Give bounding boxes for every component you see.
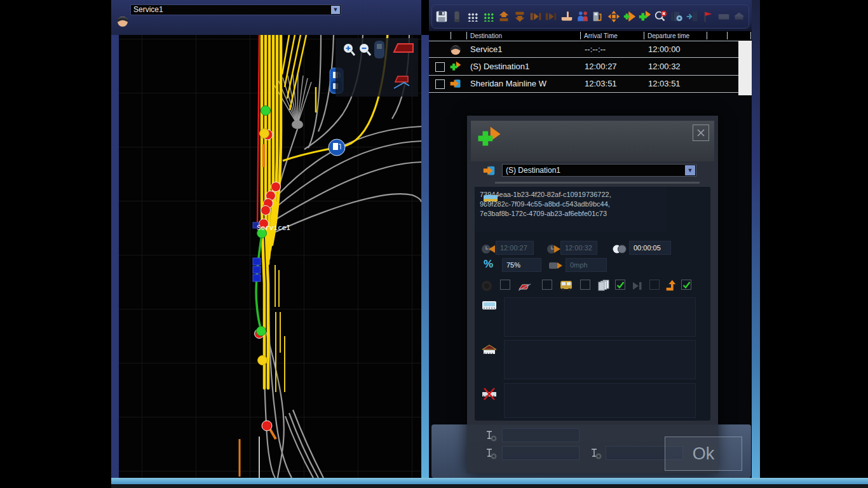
chevron-down-icon[interactable]: ▼ xyxy=(685,165,695,175)
consist-markers xyxy=(253,258,261,281)
option-checkbox-checked[interactable] xyxy=(681,280,691,290)
cell-arrival: 12:00:27 xyxy=(585,62,617,71)
skip-icon xyxy=(631,280,645,292)
table-row[interactable]: Service1 --:--:-- 12:00:00 xyxy=(429,41,752,58)
station-list[interactable] xyxy=(504,340,696,379)
table-row[interactable]: (S) Destination1 12:00:27 12:00:32 xyxy=(429,58,752,76)
erase-icon[interactable] xyxy=(450,9,465,24)
instruction-field[interactable] xyxy=(502,446,580,460)
map-frame-left xyxy=(111,35,119,478)
consist-guid-list[interactable]: 73944eaa-1b23-4f20-82af-c10919736722, 98… xyxy=(475,187,667,231)
portal-icon xyxy=(482,164,496,178)
add-stop-icon xyxy=(476,125,503,151)
add-driver-icon[interactable] xyxy=(622,9,637,24)
instruction-field[interactable] xyxy=(502,428,580,442)
red-route-line xyxy=(257,35,259,229)
fuel-icon[interactable] xyxy=(591,9,606,24)
fuel-toggle-icon[interactable] xyxy=(372,39,388,55)
row-checkbox[interactable] xyxy=(435,79,445,89)
lower-icon[interactable] xyxy=(512,9,527,24)
zoom-out-icon[interactable] xyxy=(358,43,373,58)
guid-line: 989f282c-7f09-4c55-a8bd-c543adb9bc44, xyxy=(480,200,661,209)
flag-icon[interactable] xyxy=(700,9,715,24)
passengers-icon[interactable] xyxy=(575,9,590,24)
zoom-in-icon[interactable] xyxy=(342,43,357,58)
route-map[interactable]: Service1 xyxy=(119,35,421,478)
platform-list[interactable] xyxy=(504,297,696,337)
ok-button[interactable]: Ok xyxy=(665,437,742,471)
departure-time-icon xyxy=(546,241,561,257)
settings-book-icon[interactable] xyxy=(669,9,684,24)
station-list-icon xyxy=(481,343,498,357)
guid-line: 73944eaa-1b23-4f20-82af-c10919736722, xyxy=(480,190,661,200)
add-stop-icon[interactable] xyxy=(638,9,653,24)
track-map-canvas: Service1 xyxy=(119,35,421,478)
skip-list[interactable] xyxy=(504,383,696,418)
option-checkbox-checked[interactable] xyxy=(615,280,625,290)
table-scrollbar[interactable] xyxy=(738,41,752,95)
enter-portal-icon[interactable] xyxy=(685,9,700,24)
seat-icon xyxy=(518,280,532,292)
guid-line: 7e3baf8b-172c-4709-ab23-af6ebfe01c73 xyxy=(480,209,661,219)
cell-destination: Sheridan Mainline W xyxy=(470,79,546,88)
service-select[interactable]: Service1 ▼ xyxy=(130,4,341,15)
exit-arrow-icon xyxy=(664,278,678,292)
grid-dots-green-icon[interactable] xyxy=(481,9,496,24)
close-icon[interactable] xyxy=(693,125,709,141)
find-remove-icon[interactable] xyxy=(653,9,668,24)
destination-select[interactable]: (S) Destination1 ▼ xyxy=(502,164,696,177)
service-topbar: Service1 ▼ xyxy=(111,0,421,35)
table-row[interactable]: Sheridan Mainline W 12:03:51 12:03:51 xyxy=(429,76,752,93)
performance-icon: % xyxy=(484,258,493,271)
main-toolbar xyxy=(431,4,749,29)
timetable-header: Destination Arrival Time Departure time xyxy=(429,31,752,41)
dialog-header xyxy=(471,121,714,161)
platform-icon[interactable] xyxy=(716,9,731,24)
option-checkbox[interactable] xyxy=(649,280,660,290)
duration-icon xyxy=(611,241,628,257)
col-destination: Destination xyxy=(470,32,502,39)
map-overlay-panel xyxy=(336,38,418,97)
ok-button-label: Ok xyxy=(693,444,715,464)
panel-right-border xyxy=(752,0,760,484)
arrival-time-field[interactable]: 12:00:27 xyxy=(496,241,534,255)
green-route-line xyxy=(256,234,262,330)
arrival-time-icon xyxy=(480,241,496,257)
app-window: Service1 ▼ xyxy=(0,0,868,488)
speed-limit-field[interactable]: 0mph xyxy=(566,258,607,272)
save-icon[interactable] xyxy=(434,9,449,24)
cards-icon xyxy=(596,278,611,292)
platform-list-icon xyxy=(481,299,498,313)
destination-select-value: (S) Destination1 xyxy=(506,166,560,175)
station-icon[interactable] xyxy=(731,9,747,24)
hand-pointer-icon[interactable] xyxy=(559,9,574,24)
row-checkbox[interactable] xyxy=(435,62,445,72)
driver-icon xyxy=(116,13,130,29)
cell-destination: Service1 xyxy=(470,44,503,54)
col-departure: Departure time xyxy=(648,32,689,39)
grid-dots-white-icon[interactable] xyxy=(465,9,480,24)
performance-field[interactable]: 75% xyxy=(502,258,541,272)
consist-red-icon[interactable] xyxy=(393,41,414,57)
consist-red-small-icon[interactable] xyxy=(391,73,413,91)
text-gear-icon xyxy=(485,447,498,460)
step-forward-icon[interactable] xyxy=(528,9,543,24)
option-checkbox[interactable] xyxy=(580,280,590,290)
text-gear-icon xyxy=(485,430,498,442)
option-checkbox[interactable] xyxy=(500,280,510,290)
col-arrival: Arrival Time xyxy=(584,32,618,39)
service-select-value: Service1 xyxy=(133,5,163,14)
step-forward-alt-icon[interactable] xyxy=(544,9,559,24)
map-frame-right xyxy=(421,35,429,478)
driver-icon xyxy=(448,42,463,57)
raise-icon[interactable] xyxy=(497,9,512,24)
dialog-body: 73944eaa-1b23-4f20-82af-c10919736722, 98… xyxy=(475,187,710,421)
chevron-down-icon[interactable]: ▼ xyxy=(331,6,340,14)
option-checkbox[interactable] xyxy=(542,280,552,290)
stop-duration-field[interactable]: 00:00:05 xyxy=(629,241,671,255)
horn-icon xyxy=(480,280,493,292)
departure-time-field[interactable]: 12:00:32 xyxy=(560,241,597,255)
no-platform-icon xyxy=(481,386,498,402)
expand-orange-icon[interactable] xyxy=(606,9,621,24)
train-label: Service1 xyxy=(257,224,290,232)
